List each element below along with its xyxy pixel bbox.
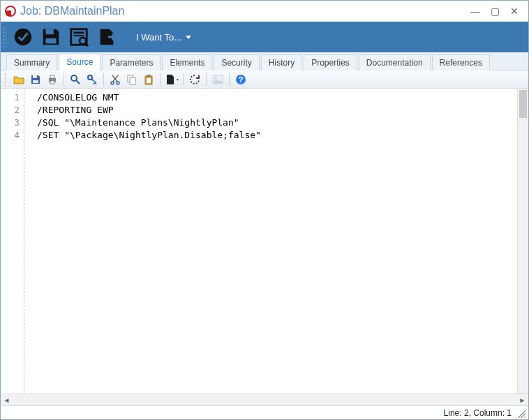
find-replace-icon[interactable]: A <box>85 73 99 87</box>
tab-elements[interactable]: Elements <box>162 54 212 70</box>
svg-rect-12 <box>50 81 54 84</box>
refresh-icon[interactable] <box>188 73 202 87</box>
tab-source[interactable]: Source <box>59 54 100 70</box>
close-button[interactable]: ✕ <box>505 3 524 19</box>
svg-rect-2 <box>46 38 57 44</box>
svg-rect-9 <box>33 80 38 83</box>
toolbar-grip <box>3 27 6 47</box>
open-icon[interactable] <box>12 73 26 87</box>
tab-history[interactable]: History <box>261 54 302 70</box>
code-line: /REPORTING EWP <box>37 105 114 115</box>
svg-point-13 <box>71 75 77 81</box>
svg-line-14 <box>76 80 80 84</box>
tab-summary[interactable]: Summary <box>6 54 57 70</box>
print-icon[interactable] <box>45 73 59 87</box>
main-toolbar: I Want To... <box>1 22 528 52</box>
code-area[interactable]: /CONSOLELOG NMT /REPORTING EWP /SQL "\Ma… <box>24 89 528 393</box>
svg-rect-11 <box>50 75 54 78</box>
app-icon <box>5 6 16 17</box>
new-doc-icon[interactable]: ▾ <box>165 73 179 87</box>
svg-rect-8 <box>33 75 37 78</box>
svg-point-21 <box>117 82 119 84</box>
line-number: 2 <box>1 104 20 117</box>
i-want-to-menu[interactable]: I Want To... <box>128 32 200 43</box>
horizontal-scrollbar[interactable]: ◄ ► <box>1 393 528 405</box>
resize-grip-icon[interactable] <box>516 408 526 418</box>
maximize-button[interactable]: ▢ <box>485 3 505 19</box>
save-icon[interactable] <box>29 73 43 87</box>
svg-point-0 <box>15 29 31 45</box>
export-button[interactable] <box>94 24 119 50</box>
minimize-button[interactable]: — <box>465 3 485 19</box>
i-want-to-label: I Want To... <box>136 32 181 43</box>
window-title: Job: DBMaintainPlan <box>20 5 124 17</box>
scroll-thumb[interactable] <box>519 90 527 118</box>
line-gutter: 1 2 3 4 <box>1 89 24 393</box>
tab-security[interactable]: Security <box>214 54 259 70</box>
code-line: /CONSOLELOG NMT <box>37 92 119 103</box>
titlebar: Job: DBMaintainPlan — ▢ ✕ <box>1 1 528 22</box>
tab-properties[interactable]: Properties <box>304 54 357 70</box>
tab-parameters[interactable]: Parameters <box>102 54 161 70</box>
code-line: /SQL "\Maintenance Plans\NightlyPlan" <box>37 117 239 128</box>
cursor-position: Line: 2, Column: 1 <box>444 408 512 418</box>
code-line: /SET "\Package\NightlyPlan.Disable;false… <box>37 130 261 140</box>
svg-point-28 <box>215 77 217 79</box>
scroll-right-icon[interactable]: ► <box>516 394 528 405</box>
paste-icon[interactable] <box>142 73 156 87</box>
line-number: 1 <box>1 91 20 104</box>
line-number: 4 <box>1 129 20 142</box>
help-icon[interactable]: ? <box>234 73 248 87</box>
editor-toolbar-grip <box>5 73 8 86</box>
svg-rect-23 <box>130 77 135 84</box>
line-number: 3 <box>1 117 20 129</box>
svg-rect-1 <box>46 29 54 35</box>
svg-rect-4 <box>74 32 84 34</box>
svg-rect-25 <box>147 75 151 77</box>
preview-button[interactable] <box>66 24 91 50</box>
find-icon[interactable] <box>68 73 82 87</box>
chevron-down-icon <box>186 36 191 39</box>
tab-references[interactable]: References <box>432 54 490 70</box>
svg-text:A: A <box>93 80 97 85</box>
confirm-button[interactable] <box>10 24 36 50</box>
cut-icon[interactable] <box>108 73 122 87</box>
copy-icon[interactable] <box>125 73 139 87</box>
svg-text:?: ? <box>239 75 244 84</box>
statusbar: Line: 2, Column: 1 <box>1 405 528 419</box>
editor-toolbar: A ▾ ? <box>1 70 528 89</box>
save-button[interactable] <box>38 24 64 50</box>
tab-documentation[interactable]: Documentation <box>359 54 431 70</box>
svg-point-20 <box>111 82 114 84</box>
svg-rect-5 <box>74 35 84 36</box>
scroll-left-icon[interactable]: ◄ <box>1 394 13 405</box>
image-icon[interactable] <box>211 73 225 87</box>
vertical-scrollbar[interactable] <box>517 89 528 393</box>
svg-rect-26 <box>147 78 151 83</box>
tabs-row: Summary Source Parameters Elements Secur… <box>1 52 528 70</box>
source-editor: 1 2 3 4 /CONSOLELOG NMT /REPORTING EWP /… <box>1 89 528 419</box>
